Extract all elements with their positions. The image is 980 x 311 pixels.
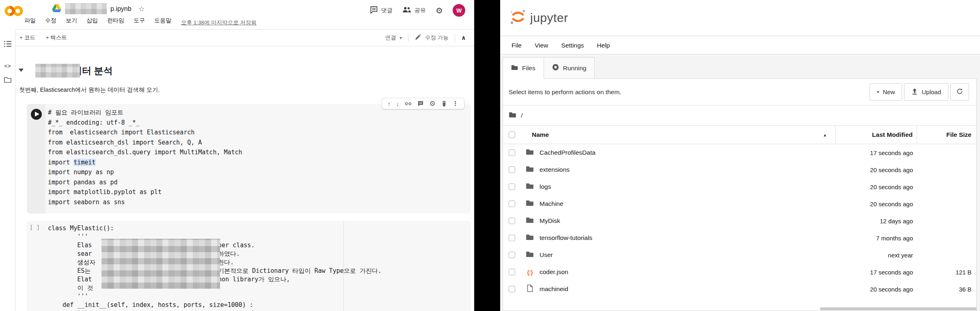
code-line: import matplotlib.pyplot as plt: [48, 187, 469, 197]
colab-header-actions: 댓글 공유 ⚙ W: [370, 4, 465, 17]
edit-mode-label: 수정 가능: [425, 34, 449, 41]
link-to-cell-icon[interactable]: [405, 100, 412, 107]
horizontal-scrollbar[interactable]: [820, 307, 977, 310]
new-button[interactable]: ▾ New: [870, 83, 902, 101]
code-editor[interactable]: # 필요 라이브러리 임포트 #_*_ endcoding: utf-8 _*_…: [48, 108, 469, 207]
column-file-size[interactable]: File Size: [917, 131, 976, 138]
column-last-modified[interactable]: Last Modified: [835, 131, 917, 138]
file-name[interactable]: logs: [540, 183, 835, 190]
select-items-hint: Select items to perform actions on them.: [509, 89, 621, 96]
save-status-link[interactable]: 오후 1:38에 마지막으로 저장됨: [181, 19, 257, 26]
code-snippets-icon[interactable]: <>: [3, 61, 12, 70]
colab-menu-item[interactable]: 삽입: [86, 17, 98, 24]
notebook-title[interactable]: p.ipynb: [110, 5, 132, 13]
folder-icon: [526, 234, 534, 242]
edit-mode-button[interactable]: 수정 가능: [414, 34, 449, 42]
file-name[interactable]: extensions: [540, 166, 835, 173]
jupyter-menu-item[interactable]: Help: [597, 42, 610, 49]
folder-icon: [526, 183, 534, 191]
upload-button-label: Upload: [922, 89, 941, 95]
colab-menu-item[interactable]: 도구: [134, 17, 145, 24]
add-code-button[interactable]: + 코드: [19, 34, 35, 41]
section-collapse-caret[interactable]: [19, 69, 24, 72]
row-checkbox[interactable]: [509, 218, 515, 224]
action-row: Select items to perform actions on them.…: [503, 79, 976, 106]
connect-button[interactable]: 연결 ▾: [385, 34, 402, 41]
add-text-button[interactable]: + 텍스트: [46, 34, 67, 41]
home-folder-icon[interactable]: [509, 112, 516, 119]
star-icon[interactable]: ☆: [138, 4, 145, 13]
code-line: from elasticsearch_dsl import Search, Q,…: [48, 138, 469, 148]
more-cell-actions-icon[interactable]: ⋮: [452, 100, 458, 107]
tab-files[interactable]: Files: [503, 57, 544, 79]
jupyter-menu-item[interactable]: View: [535, 42, 548, 49]
column-name[interactable]: Name: [532, 131, 823, 138]
running-stop-icon: [552, 64, 559, 72]
file-name[interactable]: tensorflow-tutorials: [540, 234, 835, 242]
file-row[interactable]: Machine 20 seconds ago: [503, 195, 976, 212]
code-line: #_*_ endcoding: utf-8 _*_: [48, 118, 469, 128]
file-row[interactable]: tensorflow-tutorials 7 months ago: [503, 229, 976, 246]
jupyter-logo-icon[interactable]: [509, 8, 527, 28]
file-row[interactable]: CachedProfilesData 17 seconds ago: [503, 144, 976, 161]
comments-button[interactable]: 댓글: [370, 6, 393, 15]
row-checkbox[interactable]: [509, 235, 515, 241]
file-name[interactable]: coder.json: [540, 268, 835, 276]
cell-settings-gear-icon[interactable]: ⚙: [430, 99, 436, 108]
code-line: from elasticsearch_dsl.query import Mult…: [48, 147, 469, 158]
sort-ascending-icon[interactable]: ▲: [823, 133, 827, 137]
avatar[interactable]: W: [453, 4, 465, 17]
select-all-checkbox[interactable]: [509, 132, 515, 138]
row-checkbox[interactable]: [509, 149, 515, 156]
drive-icon: [52, 4, 61, 14]
file-name[interactable]: Machine: [540, 200, 835, 207]
move-cell-down-icon[interactable]: ↓: [396, 100, 399, 107]
settings-gear-icon[interactable]: ⚙: [436, 6, 443, 15]
cell-run-indicator[interactable]: [ ]: [30, 224, 40, 231]
row-checkbox[interactable]: [509, 166, 515, 173]
refresh-button[interactable]: [950, 83, 969, 101]
move-cell-up-icon[interactable]: ↑: [388, 100, 391, 107]
file-row[interactable]: extensions 20 seconds ago: [503, 161, 976, 178]
delete-cell-icon[interactable]: [441, 100, 447, 107]
file-name[interactable]: machineid: [540, 285, 835, 293]
colab-menu-item[interactable]: 파일: [24, 17, 36, 24]
row-checkbox[interactable]: [509, 286, 515, 292]
tab-running[interactable]: Running: [544, 57, 595, 79]
code-line: import timeit: [48, 158, 469, 168]
code-cell-1[interactable]: # 필요 라이브러리 임포트 #_*_ endcoding: utf-8 _*_…: [27, 104, 471, 214]
file-name[interactable]: User: [540, 251, 835, 259]
breadcrumb-path[interactable]: /: [521, 112, 522, 119]
upload-button[interactable]: Upload: [904, 83, 948, 101]
row-checkbox[interactable]: [509, 201, 515, 207]
run-cell-button[interactable]: [31, 109, 42, 120]
row-checkbox[interactable]: [509, 252, 515, 258]
share-button[interactable]: 공유: [402, 6, 426, 15]
code-line: from elasticsearch import Elasticsearch: [48, 127, 469, 138]
file-modified: 20 seconds ago: [835, 286, 917, 293]
file-browser-panel: Select items to perform actions on them.…: [503, 78, 977, 311]
colab-menu-item[interactable]: 수정: [45, 17, 56, 24]
file-row[interactable]: {:} coder.json 17 seconds ago 121 B: [503, 263, 976, 281]
jupyter-menu-item[interactable]: Settings: [561, 42, 584, 49]
add-comment-icon[interactable]: [417, 100, 424, 107]
files-folder-icon[interactable]: [3, 75, 12, 84]
file-list-header: Name ▲ Last Modified File Size: [503, 126, 976, 144]
file-row[interactable]: logs 20 seconds ago: [503, 178, 976, 195]
colab-menu-item[interactable]: 보기: [66, 17, 77, 24]
collapse-header-button[interactable]: ∧: [461, 34, 466, 41]
colab-menu-item[interactable]: 런타임: [107, 17, 124, 24]
file-row[interactable]: MyDisk 12 days ago: [503, 212, 976, 229]
file-row[interactable]: User next year: [503, 246, 976, 263]
colab-menu-item[interactable]: 도움말: [154, 17, 171, 24]
file-name[interactable]: CachedProfilesData: [540, 149, 835, 156]
file-name[interactable]: MyDisk: [540, 217, 835, 225]
code-cell-2[interactable]: [ ] class MyElastic(): ''' Elasper class…: [27, 221, 471, 311]
table-of-contents-icon[interactable]: [3, 39, 12, 48]
file-row[interactable]: machineid 20 seconds ago 36 B: [503, 281, 976, 298]
jupyter-menu-item[interactable]: File: [512, 42, 522, 49]
row-checkbox[interactable]: [509, 184, 515, 190]
comment-icon: [370, 6, 378, 15]
colab-logo-icon[interactable]: [4, 4, 24, 19]
row-checkbox[interactable]: [509, 269, 515, 275]
